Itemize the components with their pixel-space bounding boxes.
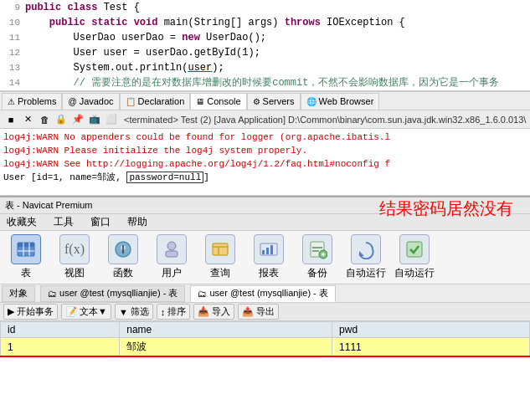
console-output: log4j:WARN No appenders could be found f… bbox=[0, 129, 530, 196]
table-icon-small2: 🗂 bbox=[198, 289, 207, 299]
line-number: 14 bbox=[2, 75, 25, 90]
view-icon: f(x) bbox=[59, 234, 90, 264]
tab-declaration[interactable]: 📋 Declaration bbox=[120, 93, 191, 110]
tab-declaration-label: Declaration bbox=[138, 96, 185, 106]
col-header-name[interactable]: name bbox=[120, 322, 332, 338]
code-content: UserDao userDao = new UserDao(); bbox=[25, 30, 266, 45]
code-content: public static void main(String[] args) t… bbox=[25, 15, 405, 30]
tool-backup[interactable]: 自动运行 bbox=[345, 234, 387, 280]
javadoc-icon: @ bbox=[68, 97, 76, 106]
console-line-3: log4j:WARN See http://logging.apache.org… bbox=[3, 157, 527, 171]
svg-rect-10 bbox=[213, 243, 228, 255]
clear-button[interactable]: 🗑 bbox=[37, 112, 52, 127]
scroll-lock-button[interactable]: 🔒 bbox=[54, 112, 69, 127]
table-icon-small: 🗂 bbox=[48, 289, 57, 299]
menu-window[interactable]: 窗口 bbox=[87, 215, 114, 229]
pin-button[interactable]: 📌 bbox=[70, 112, 85, 127]
tool-function-label: 函数 bbox=[113, 266, 133, 280]
code-line-14: 14 // 需要注意的是在对数据库增删改的时候要commit，不然不会影响数据库… bbox=[0, 75, 530, 90]
console-line-1: log4j:WARN No appenders could be found f… bbox=[3, 131, 527, 144]
tool-view[interactable]: f(x) 视图 bbox=[54, 234, 95, 280]
svg-rect-1 bbox=[18, 243, 34, 247]
text-mode-button[interactable]: 📝 文本▼ bbox=[61, 304, 111, 320]
tool-table[interactable]: 表 bbox=[5, 234, 47, 280]
svg-point-8 bbox=[167, 242, 176, 250]
export-button[interactable]: 📤 导出 bbox=[238, 304, 279, 320]
tab-servers[interactable]: ⚙ Servers bbox=[247, 93, 301, 110]
cell-id: 1 bbox=[1, 338, 120, 357]
tab-console[interactable]: 🖥 Console bbox=[190, 93, 246, 110]
code-line-11: 11 UserDao userDao = new UserDao(); bbox=[0, 30, 530, 45]
annotation-label: 结果密码居然没有 bbox=[379, 197, 513, 220]
code-content: public class Test { bbox=[25, 0, 140, 15]
console-line-4: User [id=1, name=邹波, password=null] bbox=[3, 171, 527, 184]
tool-autorun[interactable]: 自动运行 bbox=[394, 234, 435, 280]
backup-icon bbox=[351, 234, 381, 264]
svg-rect-16 bbox=[270, 245, 273, 254]
web-browser-icon: 🌐 bbox=[306, 97, 316, 106]
export-label: 导出 bbox=[256, 305, 275, 318]
tool-backup-label: 自动运行 bbox=[346, 266, 386, 280]
line-number: 12 bbox=[2, 45, 25, 60]
filter-icon: ▼ bbox=[119, 307, 128, 317]
tool-event[interactable]: 用户 bbox=[151, 234, 193, 280]
problems-icon: ⚠ bbox=[8, 97, 15, 106]
line-number: 11 bbox=[2, 30, 25, 45]
import-button[interactable]: 📥 导入 bbox=[193, 304, 234, 320]
col-header-pwd[interactable]: pwd bbox=[332, 322, 530, 338]
tab-servers-label: Servers bbox=[263, 96, 295, 106]
code-line-12: 12 User user = userDao.getById(1); bbox=[0, 45, 530, 60]
sort-icon: ↕ bbox=[161, 307, 166, 317]
tab-console-label: Console bbox=[207, 96, 240, 106]
tool-user[interactable]: 查询 bbox=[199, 234, 241, 280]
table-row[interactable]: 1 邹波 1111 bbox=[1, 338, 530, 357]
data-table-container: id name pwd 1 邹波 1111 bbox=[0, 321, 530, 357]
tool-event-label: 用户 bbox=[162, 266, 182, 280]
tab-web-browser[interactable]: 🌐 Web Browser bbox=[301, 93, 380, 110]
report-icon bbox=[302, 234, 332, 264]
remove-button[interactable]: ✕ bbox=[20, 112, 35, 127]
console-line-2: log4j:WARN Please initialize the log4j s… bbox=[3, 144, 527, 157]
menu-help[interactable]: 帮助 bbox=[124, 215, 151, 229]
svg-rect-24 bbox=[407, 242, 422, 257]
obj-tab-user2[interactable]: 🗂 user @test (mysqllianjie) - 表 bbox=[190, 285, 335, 302]
filter-button[interactable]: ▼ 筛选 bbox=[115, 304, 153, 320]
line-number: 13 bbox=[2, 60, 25, 75]
tool-user-label: 查询 bbox=[210, 266, 230, 280]
code-line-13: 13 System.out.println(user); bbox=[0, 60, 530, 75]
tab-javadoc[interactable]: @ Javadoc bbox=[62, 93, 119, 110]
sort-label: 排序 bbox=[167, 305, 186, 318]
action-bar: ▶ 开始事务 📝 文本▼ ▼ 筛选 ↕ 排序 📥 导入 📤 导出 bbox=[0, 303, 530, 321]
line-number: 9 bbox=[2, 0, 25, 15]
tab-problems[interactable]: ⚠ Problems bbox=[2, 93, 62, 110]
cell-pwd: 1111 bbox=[332, 338, 530, 357]
begin-transaction-button[interactable]: ▶ 开始事务 bbox=[3, 304, 58, 320]
begin-transaction-label: 开始事务 bbox=[17, 305, 54, 318]
navicat-toolbar: 表 f(x) 视图 函数 用户 查 bbox=[0, 231, 530, 284]
menu-favorites[interactable]: 收藏夹 bbox=[3, 215, 40, 229]
tool-report-label: 备份 bbox=[307, 266, 327, 280]
newconsole-button[interactable]: 📺 bbox=[87, 112, 102, 127]
import-label: 导入 bbox=[212, 305, 230, 318]
tool-function[interactable]: 函数 bbox=[102, 234, 144, 280]
tool-query[interactable]: 报表 bbox=[248, 234, 290, 280]
obj-tab-objects[interactable]: 对象 bbox=[2, 285, 35, 302]
console-toolbar: ■ ✕ 🗑 🔒 📌 📺 ⬜ <terminated> Test (2) [Jav… bbox=[0, 110, 530, 129]
expand-button[interactable]: ⬜ bbox=[104, 112, 119, 127]
servers-icon: ⚙ bbox=[253, 97, 260, 106]
terminate-button[interactable]: ■ bbox=[3, 112, 18, 127]
tool-query-label: 报表 bbox=[259, 266, 279, 280]
col-header-id[interactable]: id bbox=[1, 322, 120, 338]
event-icon bbox=[157, 234, 187, 264]
svg-rect-9 bbox=[166, 251, 178, 257]
sort-button[interactable]: ↕ 排序 bbox=[157, 304, 191, 320]
cell-name: 邹波 bbox=[120, 338, 332, 357]
query-icon bbox=[254, 234, 284, 264]
tool-report[interactable]: 备份 bbox=[296, 234, 338, 280]
tool-autorun-label: 自动运行 bbox=[394, 266, 435, 280]
svg-rect-18 bbox=[312, 247, 322, 248]
svg-rect-14 bbox=[262, 250, 265, 254]
menu-tools[interactable]: 工具 bbox=[50, 215, 77, 229]
obj-tab-user1[interactable]: 🗂 user @test (mysqllianjie) - 表 bbox=[40, 285, 185, 302]
boxed-value: password=null bbox=[126, 172, 203, 183]
